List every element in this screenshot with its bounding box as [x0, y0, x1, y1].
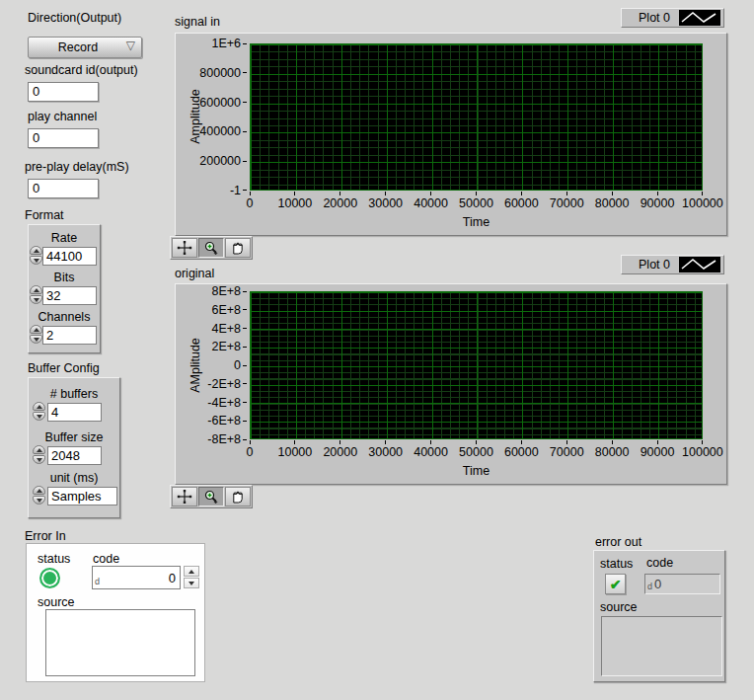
increment-button[interactable]	[33, 402, 45, 411]
buffer-size-field[interactable]: 2048	[47, 446, 102, 465]
soundcard-field[interactable]: 0	[28, 82, 99, 102]
error-out-code-field: d 0	[644, 574, 720, 594]
x-axis-ticks: 0100002000030000400005000060000700008000…	[250, 440, 703, 459]
x-tick-label: 30000	[368, 196, 403, 210]
preplay-delay-field[interactable]: 0	[28, 179, 99, 198]
up-arrow-icon	[37, 489, 42, 493]
unit-spinner[interactable]	[33, 486, 45, 505]
increment-button[interactable]	[33, 445, 45, 454]
error-in-code-label: code	[93, 552, 119, 566]
decrement-button[interactable]	[33, 455, 45, 464]
plot-legend[interactable]: Plot 0	[621, 255, 724, 274]
rate-field[interactable]: 44100	[42, 247, 97, 266]
buffer-size-spinner[interactable]	[33, 445, 45, 464]
direction-dropdown[interactable]: Record ▽	[28, 37, 142, 58]
increment-button[interactable]	[30, 246, 42, 255]
play-channel-field[interactable]: 0	[28, 128, 99, 148]
error-in-source-field[interactable]	[45, 609, 195, 676]
num-buffers-spinner[interactable]	[33, 402, 45, 421]
y-tick-label: 400000	[199, 124, 241, 138]
tick-mark	[243, 43, 247, 44]
up-arrow-icon	[34, 249, 39, 253]
pan-tool-button[interactable]	[225, 238, 251, 258]
tick-mark	[243, 347, 247, 348]
tick-mark	[243, 365, 247, 366]
decrement-button[interactable]	[184, 578, 199, 588]
decrement-button[interactable]	[30, 295, 42, 304]
tick-mark	[243, 102, 247, 103]
tick-mark	[385, 440, 386, 444]
x-tick-label: 40000	[414, 196, 448, 210]
bits-spinner[interactable]	[30, 285, 42, 304]
play-channel-label: play channel	[28, 110, 97, 123]
tick-mark	[243, 402, 247, 403]
rate-label: Rate	[29, 231, 100, 245]
tick-mark	[702, 192, 703, 195]
increment-button[interactable]	[30, 285, 42, 294]
unit-label: unit (ms)	[29, 471, 119, 485]
y-tick-label: 0	[234, 358, 241, 372]
tick-mark	[566, 192, 567, 195]
rate-spinner[interactable]	[30, 246, 42, 265]
increment-button[interactable]	[30, 325, 42, 334]
num-buffers-field[interactable]: 4	[47, 403, 102, 422]
cursor-tool-button[interactable]	[172, 238, 197, 258]
tick-mark	[243, 421, 247, 422]
status-led[interactable]	[39, 568, 60, 588]
format-label: Format	[25, 208, 64, 222]
x-tick-label: 90000	[641, 445, 675, 459]
x-tick-label: 60000	[504, 445, 539, 459]
pan-tool-button[interactable]	[225, 487, 251, 506]
x-tick-label: 20000	[323, 445, 357, 459]
x-axis-title: Time	[250, 464, 703, 478]
up-arrow-icon	[37, 405, 42, 409]
decrement-button[interactable]	[30, 256, 42, 265]
zoom-tool-button[interactable]	[198, 487, 224, 506]
error-out-label: error out	[595, 535, 641, 549]
down-arrow-icon	[188, 582, 194, 585]
x-tick-label: 60000	[504, 196, 539, 210]
up-arrow-icon	[34, 288, 39, 292]
x-tick-label: 100000	[682, 196, 723, 210]
bits-field[interactable]: 32	[42, 286, 97, 305]
tick-mark	[243, 383, 247, 384]
tick-mark	[430, 440, 431, 444]
tick-mark	[294, 440, 295, 444]
decrement-button[interactable]	[33, 496, 45, 505]
plot-legend[interactable]: Plot 0	[621, 8, 724, 28]
crosshair-icon	[177, 241, 192, 255]
channels-field[interactable]: 2	[42, 326, 97, 345]
tick-mark	[243, 72, 247, 73]
x-axis-ticks: 0100002000030000400005000060000700008000…	[250, 192, 703, 210]
y-tick-label: 8E+8	[211, 284, 241, 298]
cursor-tool-button[interactable]	[172, 487, 197, 506]
radix-indicator: d	[95, 575, 100, 588]
buffer-size-label: Buffer size	[29, 430, 119, 444]
y-tick-label: 800000	[199, 66, 241, 80]
unit-field[interactable]: Samples	[47, 487, 117, 506]
preplay-delay-label: pre-play delay(mS)	[25, 160, 129, 174]
increment-button[interactable]	[184, 566, 199, 577]
tick-mark	[657, 192, 658, 195]
error-out-code-label: code	[646, 556, 673, 570]
tick-mark	[243, 328, 247, 329]
tick-mark	[566, 440, 567, 444]
tick-mark	[250, 192, 251, 195]
down-arrow-icon	[37, 415, 42, 419]
down-arrow-icon	[34, 298, 39, 302]
hand-icon	[230, 490, 246, 504]
x-tick-label: 40000	[414, 445, 448, 459]
down-arrow-icon	[34, 338, 39, 342]
tick-mark	[243, 161, 247, 162]
zoom-tool-button[interactable]	[198, 238, 224, 258]
plot-area[interactable]	[250, 291, 703, 439]
increment-button[interactable]	[33, 486, 45, 495]
plot-area[interactable]	[250, 43, 703, 191]
error-in-code-field[interactable]: d 0	[92, 566, 181, 589]
decrement-button[interactable]	[33, 412, 45, 421]
channels-spinner[interactable]	[30, 325, 42, 344]
x-tick-label: 10000	[278, 445, 313, 459]
decrement-button[interactable]	[30, 335, 42, 344]
x-tick-label: 20000	[323, 196, 357, 210]
graph-title-signal-in: signal in	[175, 15, 220, 29]
